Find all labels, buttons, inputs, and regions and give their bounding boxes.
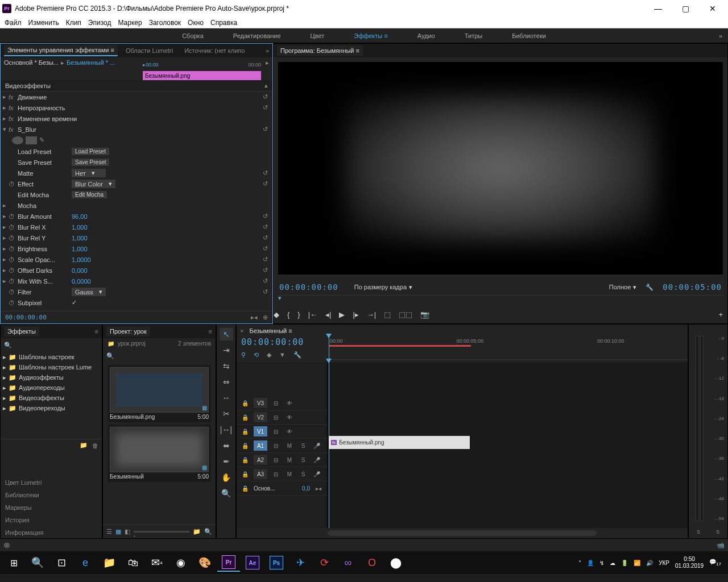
- menu-sequence[interactable]: Эпизод: [88, 19, 111, 27]
- find-icon[interactable]: 🔍: [204, 528, 212, 535]
- value[interactable]: 0,000: [72, 267, 88, 274]
- settings-icon[interactable]: 🔧: [646, 284, 653, 291]
- notifications-icon[interactable]: 💬17: [709, 559, 721, 567]
- selection-tool-icon[interactable]: ↖: [220, 328, 233, 340]
- stopwatch-icon[interactable]: ⏱: [9, 181, 18, 188]
- stacked-tab-маркеры[interactable]: Маркеры: [5, 504, 97, 511]
- zoom-tool-icon[interactable]: 🔍: [220, 487, 233, 500]
- chrome-icon[interactable]: ◉: [169, 554, 192, 572]
- step-back-icon[interactable]: ◂|: [325, 310, 331, 319]
- photoshop-icon[interactable]: Ps: [265, 554, 288, 572]
- sync-lock-icon[interactable]: ⊟: [271, 440, 281, 451]
- workspace-titles[interactable]: Титры: [461, 30, 486, 41]
- timeline-ruler[interactable]: 00:0000:00:05:0000:00:10:00: [328, 337, 688, 360]
- reset-icon[interactable]: [263, 256, 268, 263]
- workspace-color[interactable]: Цвет: [307, 30, 328, 41]
- stopwatch-icon[interactable]: ⏱: [9, 267, 18, 274]
- minimize-button[interactable]: —: [650, 4, 667, 13]
- folder-аудиоэффекты[interactable]: ▸📁Аудиоэффекты: [1, 372, 102, 383]
- value[interactable]: 1,000: [72, 224, 88, 231]
- delete-icon[interactable]: 🗑: [92, 442, 98, 449]
- ripple-edit-tool-icon[interactable]: ⇆: [220, 360, 233, 372]
- sync-icon[interactable]: ⊗: [3, 541, 10, 550]
- tab-source[interactable]: Источник: (нет клипо: [181, 45, 248, 56]
- search-icon[interactable]: 🔍: [26, 554, 49, 572]
- track-toggle[interactable]: A3: [254, 469, 267, 479]
- record-icon[interactable]: 📹: [717, 542, 725, 549]
- effect-непрозрачность[interactable]: ▸fxНепрозрачность: [1, 102, 272, 113]
- workspace-assembly[interactable]: Сборка: [179, 30, 207, 41]
- play-icon[interactable]: ▶: [339, 310, 345, 319]
- stacked-tab-библиотеки[interactable]: Библиотеки: [5, 492, 97, 498]
- reset-icon[interactable]: [263, 93, 268, 101]
- rate-stretch-tool-icon[interactable]: ↔: [220, 392, 233, 404]
- tray-expand-icon[interactable]: ˄: [578, 560, 581, 566]
- reset-icon[interactable]: [263, 223, 268, 231]
- obs-icon[interactable]: ⬤: [384, 554, 407, 572]
- workspace-editing[interactable]: Редактирование: [230, 30, 284, 41]
- reset-icon[interactable]: [263, 288, 268, 296]
- panel-overflow-icon[interactable]: »: [266, 47, 269, 54]
- sequence-tab[interactable]: Безымянный ≡: [246, 326, 295, 336]
- reset-icon[interactable]: [263, 169, 268, 177]
- store-icon[interactable]: 🛍: [122, 554, 144, 572]
- reset-icon[interactable]: [263, 245, 268, 252]
- record-icon[interactable]: 🎤: [312, 455, 322, 465]
- fit-dropdown[interactable]: По размеру кадра: [354, 284, 412, 291]
- solo-left[interactable]: S: [697, 529, 700, 535]
- premiere-icon[interactable]: Pr: [217, 554, 240, 572]
- eye-icon[interactable]: 👁: [284, 412, 295, 422]
- value[interactable]: 1,000: [72, 246, 88, 252]
- button[interactable]: Load Preset: [72, 148, 109, 155]
- mini-clip-bar[interactable]: Безымянный.png: [143, 71, 261, 80]
- new-bin-icon[interactable]: 📁: [80, 442, 88, 449]
- mute-icon[interactable]: M: [284, 455, 295, 465]
- workspace-audio[interactable]: Аудио: [414, 30, 439, 41]
- effect-controls-timecode[interactable]: 00:00:00:00: [5, 314, 47, 321]
- add-marker-icon[interactable]: ◆: [267, 351, 271, 359]
- stopwatch-icon[interactable]: ⏱: [9, 289, 18, 296]
- battery-icon[interactable]: 🔋: [621, 560, 628, 566]
- menu-clip[interactable]: Клип: [66, 19, 81, 27]
- extract-icon[interactable]: ⬚⬚: [399, 310, 412, 319]
- mute-icon[interactable]: M: [284, 469, 295, 479]
- solo-icon[interactable]: S: [298, 440, 308, 451]
- tab-lumetri-scopes[interactable]: Области Lumetri: [122, 45, 176, 56]
- pen-tool-icon[interactable]: ✒: [220, 455, 233, 468]
- timeline-timecode[interactable]: 00:00:00:00: [237, 337, 328, 347]
- lock-icon[interactable]: 🔒: [240, 469, 250, 479]
- program-ruler[interactable]: ▾: [278, 295, 723, 305]
- sequence-clip-label[interactable]: Безымянный * ...: [67, 59, 115, 66]
- reset-icon[interactable]: [263, 234, 268, 242]
- panel-menu-icon[interactable]: ≡: [209, 328, 212, 335]
- rolling-edit-tool-icon[interactable]: ⇔: [220, 376, 233, 388]
- record-icon[interactable]: 🎤: [312, 440, 322, 451]
- language-indicator[interactable]: УКР: [659, 560, 669, 566]
- reset-icon[interactable]: [263, 267, 268, 274]
- icon-view-icon[interactable]: ▦: [115, 528, 121, 535]
- lock-icon[interactable]: 🔒: [240, 483, 250, 493]
- effect-движение[interactable]: ▸fxДвижение: [1, 92, 272, 102]
- go-to-in-icon[interactable]: |←: [308, 310, 317, 319]
- clock[interactable]: 0:5001.03.2019: [675, 556, 704, 569]
- lock-icon[interactable]: 🔒: [240, 455, 250, 465]
- checkbox[interactable]: ✓: [72, 299, 77, 306]
- paint-icon[interactable]: 🎨: [193, 554, 216, 572]
- workspace-libraries[interactable]: Библиотеки: [508, 30, 549, 41]
- razor-tool-icon[interactable]: ✂: [220, 408, 233, 420]
- close-button[interactable]: ✕: [704, 4, 721, 13]
- menu-marker[interactable]: Маркер: [118, 19, 142, 27]
- button[interactable]: Edit Mocha: [72, 191, 107, 198]
- export-frame-icon[interactable]: 📷: [420, 310, 429, 319]
- lock-icon[interactable]: 🔒: [240, 440, 250, 451]
- effect-s_blur[interactable]: ▾fxS_Blur: [1, 124, 272, 135]
- workspace-effects[interactable]: Эффекты: [350, 30, 391, 41]
- record-icon[interactable]: 🎤: [312, 469, 322, 479]
- snap-icon[interactable]: ⚲: [241, 351, 246, 359]
- aftereffects-icon[interactable]: Ae: [241, 554, 264, 572]
- stopwatch-icon[interactable]: ⏱: [9, 300, 18, 306]
- workspace-overflow-icon[interactable]: »: [719, 32, 722, 39]
- timeline-tracks-area[interactable]: fx Безымянный.png: [328, 362, 688, 528]
- track-toggle[interactable]: A1: [254, 440, 267, 451]
- telegram-icon[interactable]: ✈: [289, 554, 312, 572]
